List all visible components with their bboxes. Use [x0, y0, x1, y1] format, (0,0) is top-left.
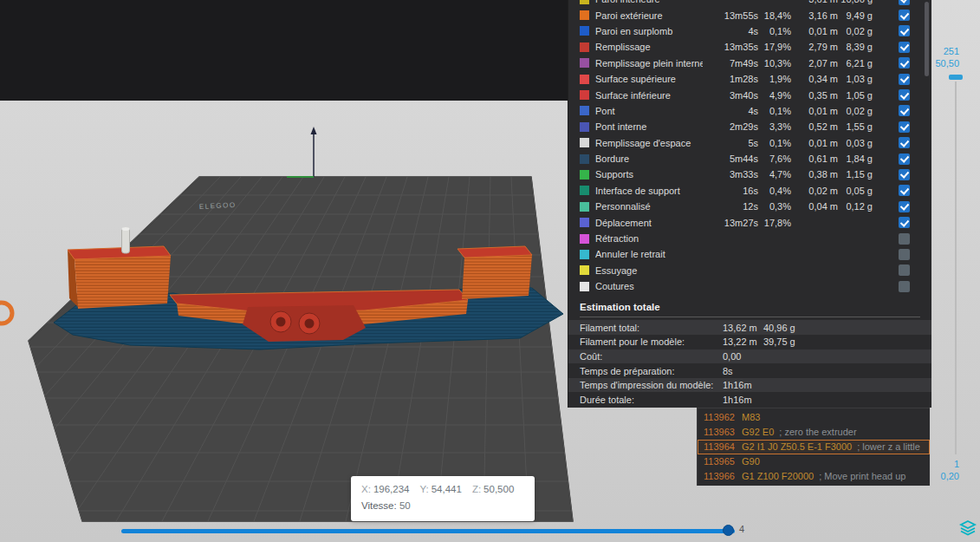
legend-row: Remplissage d'espace 5s 0,1% 0,01 m 0,03… — [568, 135, 931, 151]
feature-color-swatch — [580, 10, 589, 20]
layers-panel-toggle-button[interactable] — [959, 519, 977, 537]
feature-color-swatch — [580, 250, 589, 259]
y-label: Y: — [419, 484, 428, 494]
feature-color-swatch — [580, 75, 589, 84]
estimation-value: 39,75 g — [763, 336, 920, 347]
feature-length: 0,34 m — [791, 74, 838, 84]
feature-label: Paroi en surplomb — [595, 26, 703, 36]
stacked-layers-icon — [959, 519, 977, 537]
feature-visibility-checkbox[interactable] — [899, 137, 910, 148]
feature-label: Remplissage plein interne — [595, 58, 703, 69]
estimation-value: 1h16m — [723, 395, 763, 405]
total-estimation-title: Estimation totale — [568, 298, 931, 317]
feature-color-swatch — [580, 218, 589, 227]
move-slider-handle[interactable] — [723, 525, 734, 536]
layer-slider-max-layer: 251 — [925, 45, 959, 57]
gcode-command: G1 Z100 F20000 — [742, 469, 814, 484]
feature-visibility-checkbox[interactable] — [899, 281, 910, 292]
feature-visibility-checkbox[interactable] — [899, 89, 910, 101]
gcode-line-number: 113966 — [704, 469, 742, 484]
support-pin — [122, 228, 130, 253]
gcode-line[interactable]: 113963 G92 E0 ; zero the extruder — [698, 425, 930, 440]
gcode-command: M83 — [742, 410, 760, 425]
layer-slider-track[interactable] — [955, 82, 957, 454]
feature-weight: 0,02 g — [838, 106, 873, 116]
feature-label: Paroi intérieure — [595, 0, 703, 4]
legend-row: Pont interne 2m29s 3,3% 0,52 m 1,55 g — [568, 119, 931, 134]
speed-value: 50 — [399, 500, 411, 511]
feature-visibility-checkbox[interactable] — [899, 201, 910, 212]
legend-row: Remplissage plein interne 7m49s 10,3% 2,… — [568, 56, 931, 71]
move-slider-value: 4 — [739, 524, 744, 534]
estimation-row: Filament pour le modèle: 13,22 m 39,75 g — [568, 335, 931, 349]
feature-percent: 17,8% — [758, 218, 791, 228]
feature-visibility-checkbox[interactable] — [899, 264, 910, 276]
feature-length: 0,35 m — [791, 90, 838, 101]
gcode-line-number: 113964 — [704, 440, 742, 454]
tooltip-coordinates: X:196,234Y:54,441Z:50,500 — [361, 484, 524, 494]
feature-visibility-checkbox[interactable] — [899, 169, 910, 180]
feature-length: 3,16 m — [791, 10, 838, 21]
estimation-value: 1h16m — [723, 380, 763, 390]
legend-row: Coutures — [568, 278, 931, 294]
legend-row: Paroi en surplomb 4s 0,1% 0,01 m 0,02 g — [568, 23, 931, 39]
feature-weight: 1,03 g — [838, 74, 873, 84]
gcode-line[interactable]: 113965 G90 — [698, 454, 930, 469]
layer-slider-max-height: 50,50 — [925, 57, 959, 69]
gcode-line-number: 113965 — [704, 454, 742, 469]
feature-percent: 1,9% — [758, 74, 791, 84]
gcode-line[interactable]: 113962 M83 — [698, 410, 930, 425]
application-window: ELEGOO — [0, 0, 980, 542]
feature-visibility-checkbox[interactable] — [899, 74, 910, 85]
feature-percent: 17,9% — [758, 42, 791, 52]
speed-label: Vitesse: — [361, 500, 397, 511]
gcode-line-number: 113962 — [704, 410, 742, 425]
feature-color-swatch — [580, 138, 589, 147]
feature-time: 3m40s — [703, 90, 758, 101]
feature-visibility-checkbox[interactable] — [899, 249, 910, 260]
feature-visibility-checkbox[interactable] — [899, 185, 910, 196]
feature-color-swatch — [580, 122, 589, 132]
feature-color-swatch — [580, 90, 589, 100]
feature-length: 0,01 m — [791, 26, 838, 36]
gcode-command: G92 E0 — [742, 425, 774, 440]
gcode-line[interactable]: 113966 G1 Z100 F20000 ; Move print head … — [698, 469, 930, 484]
feature-time: 4s — [703, 106, 758, 116]
feature-color-swatch — [580, 186, 589, 195]
layer-slider-min-height: 0,20 — [925, 470, 959, 482]
layer-slider-handle[interactable] — [949, 75, 963, 80]
gcode-comment: ; zero the extruder — [779, 425, 856, 440]
estimation-label: Coût: — [580, 351, 723, 362]
estimation-row: Coût: 0,00 — [568, 349, 931, 364]
feature-visibility-checkbox[interactable] — [899, 217, 910, 228]
feature-label: Bordure — [595, 153, 703, 164]
feature-time: 3m33s — [703, 169, 758, 180]
feature-time: 2m29s — [703, 121, 758, 132]
feature-percent: 7,6% — [758, 153, 791, 164]
feature-visibility-checkbox[interactable] — [899, 153, 910, 165]
layer-slider-min-layer: 1 — [925, 458, 959, 470]
feature-visibility-checkbox[interactable] — [899, 121, 910, 133]
feature-length: 2,79 m — [791, 42, 838, 52]
feature-visibility-checkbox[interactable] — [899, 42, 910, 53]
feature-visibility-checkbox[interactable] — [899, 105, 910, 116]
feature-percent: 18,4% — [758, 10, 791, 21]
feature-weight: 1,15 g — [838, 169, 873, 180]
feature-percent: 0,4% — [758, 186, 791, 196]
move-slider-track[interactable] — [121, 529, 735, 533]
feature-visibility-checkbox[interactable] — [899, 10, 910, 21]
feature-visibility-checkbox[interactable] — [899, 57, 910, 69]
feature-visibility-checkbox[interactable] — [899, 25, 910, 36]
feature-label: Supports — [595, 169, 703, 180]
tooltip-speed: Vitesse: 50 — [361, 500, 524, 511]
feature-visibility-checkbox[interactable] — [899, 0, 910, 5]
feature-color-swatch — [580, 42, 589, 52]
move-slider[interactable] — [121, 527, 735, 536]
feature-label: Paroi extérieure — [595, 10, 703, 21]
feature-length: 0,04 m — [791, 201, 838, 212]
feature-percent: 0,1% — [758, 106, 791, 116]
gcode-line-selected[interactable]: 113964 G2 I1 J0 Z50.5 E-1 F3000 ; lower … — [698, 440, 930, 454]
estimation-row: Temps d'impression du modèle: 1h16m — [568, 378, 931, 393]
legend-row: Bordure 5m44s 7,6% 0,61 m 1,84 g — [568, 151, 931, 167]
feature-visibility-checkbox[interactable] — [899, 233, 910, 245]
